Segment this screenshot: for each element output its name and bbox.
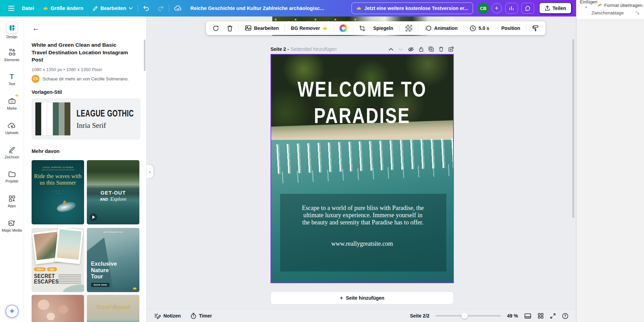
topbar-divider bbox=[138, 4, 138, 12]
rail-item-projekte[interactable]: Projekte bbox=[1, 166, 23, 188]
position-label: Position bbox=[501, 25, 520, 31]
duplicate-page-icon[interactable] bbox=[428, 46, 434, 52]
menu-icon[interactable] bbox=[8, 6, 14, 11]
notes-button[interactable]: Notizen bbox=[154, 313, 181, 319]
template-thumb-ride-the-waves[interactable]: LOCAL SURFING CLASSES Ride the waves wit… bbox=[32, 160, 84, 224]
svg-text:co: co bbox=[11, 100, 13, 103]
back-button[interactable]: ← bbox=[32, 24, 39, 32]
position-button[interactable]: Position bbox=[498, 23, 523, 34]
document-title[interactable]: Reiche Geschichte und Kultur Zahlreiche … bbox=[191, 5, 324, 11]
template-thumb-get-out-explore[interactable]: GET-OUT AND Explore bbox=[87, 160, 139, 224]
redo-icon[interactable] bbox=[157, 5, 164, 11]
edit-image-button[interactable]: Bearbeiten bbox=[242, 23, 282, 34]
rail-item-marke[interactable]: co Marke bbox=[1, 93, 23, 114]
lock-icon[interactable] bbox=[419, 46, 424, 52]
background-app-window: Einfügen ▾ Format übertragen Zwischenabl… bbox=[576, 0, 644, 322]
rail-item-text[interactable]: T Text bbox=[1, 69, 23, 90]
canvas-scrollbar[interactable] bbox=[572, 39, 574, 218]
creator-row[interactable]: CS Schaue dir mehr an von Cecille Solmer… bbox=[32, 75, 129, 83]
template-thumb-travel-beyond[interactable]: · · · · · · · Travel Beyond bbox=[87, 295, 139, 322]
palette-swatch bbox=[47, 102, 53, 135]
rail-item-magic-media[interactable]: Magic Media bbox=[1, 215, 23, 236]
status-bar: Notizen Timer Seite 2/2 49 % bbox=[147, 309, 576, 322]
format-painter-button[interactable]: Format übertragen bbox=[597, 3, 643, 8]
add-page-button[interactable]: + Seite hinzufügen bbox=[271, 291, 454, 304]
rail-label: Apps bbox=[8, 204, 16, 208]
page-title-input[interactable]: Seitentitel hinzufügen bbox=[291, 46, 337, 52]
delete-page-icon[interactable] bbox=[439, 46, 444, 52]
template-dimensions: 1080 x 1350 px • 1080 x 1350 Pixel bbox=[32, 67, 102, 72]
insights-button[interactable] bbox=[505, 3, 518, 14]
share-button[interactable]: Teilen bbox=[539, 2, 572, 14]
move-page-down-icon[interactable] bbox=[398, 48, 403, 51]
timer-icon bbox=[191, 313, 196, 319]
paste-button[interactable]: Einfügen bbox=[580, 0, 597, 4]
rail-item-elemente[interactable]: Elemente bbox=[1, 44, 23, 66]
resize-menu[interactable]: Größe ändern bbox=[43, 5, 83, 11]
duration-button[interactable]: 5.0 s bbox=[467, 23, 492, 34]
crop-button[interactable] bbox=[356, 23, 369, 34]
thumb-title-2: ESCAPES bbox=[34, 279, 59, 285]
hide-page-icon[interactable] bbox=[408, 47, 414, 52]
rail-item-apps[interactable]: Apps bbox=[1, 191, 23, 212]
dialog-launcher-icon[interactable] bbox=[636, 11, 639, 14]
sidebar-rail: Design Elemente T Text co Marke Uploads bbox=[0, 16, 24, 322]
pro-crown-icon bbox=[133, 287, 137, 290]
animate-button[interactable]: Animation bbox=[421, 23, 461, 34]
paste-dropdown-icon[interactable]: ▾ bbox=[585, 5, 587, 9]
template-thumb-flowers[interactable] bbox=[32, 295, 84, 322]
canvas-heading: WELCOME TO PARADISE bbox=[289, 76, 435, 129]
undo-icon[interactable] bbox=[143, 5, 150, 11]
rail-item-design[interactable]: Design bbox=[1, 20, 23, 41]
thumb-title: Travel Beyond bbox=[87, 304, 139, 311]
thumb-title: Ride the waves with us this Summer bbox=[32, 173, 84, 186]
palette-swatch bbox=[59, 102, 65, 135]
fullscreen-icon[interactable] bbox=[550, 313, 556, 319]
panel-scrollbar[interactable] bbox=[144, 40, 146, 71]
zoom-slider-thumb[interactable] bbox=[461, 312, 468, 319]
edit-menu-label: Bearbeiten bbox=[101, 5, 126, 11]
thumb-title: Exclusive Nature Tour bbox=[91, 261, 118, 280]
copy-style-button[interactable] bbox=[529, 23, 542, 34]
page-2-canvas[interactable]: WELCOME TO PARADISE Escape to a world of… bbox=[271, 54, 454, 283]
trial-button[interactable]: Jetzt eine weitere kostenlose Testversio… bbox=[352, 2, 473, 14]
file-menu[interactable]: Datei bbox=[22, 5, 34, 11]
thumb-badge: Travel bbox=[34, 267, 46, 271]
canvas-heading-line2: PARADISE bbox=[289, 102, 435, 129]
pages-view-icon[interactable] bbox=[524, 313, 531, 319]
rail-item-uploads[interactable]: Uploads bbox=[1, 118, 23, 139]
delete-button[interactable] bbox=[224, 23, 236, 34]
color-button[interactable] bbox=[336, 23, 350, 34]
edit-menu[interactable]: Bearbeiten bbox=[92, 5, 133, 11]
pencil-icon bbox=[92, 5, 98, 11]
canvas-body-text: Escape to a world of pure bliss with Par… bbox=[299, 204, 426, 226]
move-page-up-icon[interactable] bbox=[389, 48, 393, 51]
add-page-icon[interactable] bbox=[448, 46, 454, 52]
comments-button[interactable] bbox=[521, 3, 534, 14]
grid-view-icon[interactable] bbox=[538, 313, 544, 319]
rail-label: Uploads bbox=[5, 131, 19, 135]
palette-swatch bbox=[53, 102, 59, 135]
notes-icon bbox=[154, 313, 161, 319]
flip-button[interactable]: Spiegeln bbox=[370, 23, 396, 34]
panel-collapse-handle[interactable]: ‹ bbox=[147, 165, 153, 178]
timer-button[interactable]: Timer bbox=[191, 313, 212, 319]
cloud-saved-icon[interactable] bbox=[174, 5, 182, 12]
brand-icon: co bbox=[8, 97, 16, 105]
template-thumb-secret-escapes[interactable]: Travel Tips SECRET ESCAPES bbox=[32, 228, 84, 292]
rail-item-zeichnen[interactable]: Zeichnen bbox=[1, 142, 23, 163]
thumb-title: SECRET bbox=[34, 273, 55, 279]
help-icon[interactable]: ? bbox=[562, 313, 568, 319]
template-thumb-exclusive-nature-tour[interactable]: www.reallygreatsite.com Exclusive Nature… bbox=[87, 228, 139, 292]
replace-button[interactable] bbox=[209, 23, 222, 34]
template-style-card[interactable]: LEAGUE GOTHIC Inria Serif bbox=[32, 98, 140, 140]
zoom-slider[interactable] bbox=[436, 315, 501, 317]
assistant-button[interactable] bbox=[5, 305, 19, 318]
add-member-button[interactable]: + bbox=[492, 3, 502, 13]
trial-button-label: Jetzt eine weitere kostenlose Testversio… bbox=[364, 5, 468, 11]
bg-remover-button[interactable]: BG Remover bbox=[288, 23, 331, 34]
avatar[interactable]: CB bbox=[478, 3, 489, 14]
transparency-button[interactable] bbox=[402, 23, 415, 34]
context-toolbar: Bearbeiten BG Remover Spiegeln bbox=[206, 21, 545, 35]
plus-glyph: + bbox=[340, 295, 343, 301]
